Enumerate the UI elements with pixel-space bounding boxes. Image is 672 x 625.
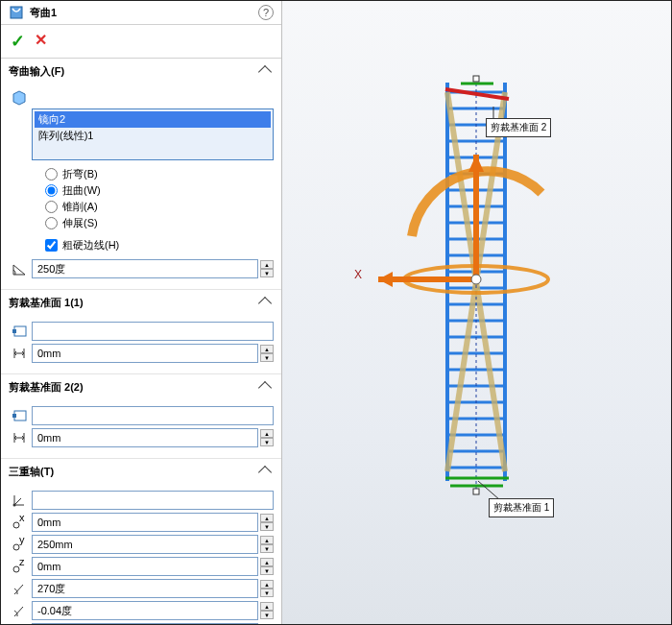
trim2-face-input[interactable] (32, 406, 274, 425)
titlebar: 弯曲1 ? (1, 1, 281, 25)
svg-line-52 (478, 481, 500, 500)
bodies-listbox[interactable]: 镜向2 阵列(线性)1 (32, 108, 274, 160)
section-header-triad[interactable]: 三重轴(T) (1, 459, 281, 485)
section-header-trim1[interactable]: 剪裁基准面 1(1) (1, 290, 281, 316)
list-item[interactable]: 阵列(线性)1 (35, 128, 271, 144)
angle-spinner[interactable]: ▲▼ (260, 260, 274, 277)
triad-ref-input[interactable] (32, 491, 274, 510)
svg-point-50 (471, 275, 481, 284)
svg-rect-2 (12, 329, 16, 333)
trim1-dist-input[interactable] (32, 344, 258, 363)
flex-feature-icon (9, 5, 24, 20)
ok-cancel-bar: ✓ ✕ (1, 25, 281, 59)
section-header-flex[interactable]: 弯曲输入(F) (1, 59, 281, 84)
ok-button[interactable]: ✓ (11, 31, 25, 52)
svg-text:x: x (19, 515, 25, 523)
flex-type-radio-group: 折弯(B) 扭曲(W) 锥削(A) 伸展(S) (45, 166, 274, 231)
triad-rz-input[interactable] (32, 623, 258, 624)
chevron-up-icon (258, 64, 272, 78)
section-trim1: 剪裁基准面 1(1) ▲▼ (1, 290, 281, 374)
triad-ref-icon (9, 493, 32, 508)
feature-title: 弯曲1 (30, 6, 258, 20)
triad-x-input[interactable] (32, 513, 258, 532)
radio-bend[interactable]: 折弯(B) (45, 166, 274, 182)
trim2-dist-input[interactable] (32, 428, 258, 447)
triad-rx-input[interactable] (32, 579, 258, 598)
svg-marker-47 (378, 272, 393, 287)
section-header-trim2[interactable]: 剪裁基准面 2(2) (1, 374, 281, 400)
chevron-up-icon (258, 296, 272, 309)
y-translate-icon: y (9, 537, 32, 552)
chevron-up-icon (258, 465, 272, 478)
distance-icon (9, 346, 32, 361)
trim1-spinner[interactable]: ▲▼ (260, 345, 274, 362)
x-translate-icon: x (9, 515, 32, 530)
list-item[interactable]: 镜向2 (35, 111, 271, 128)
angle-icon (9, 261, 32, 276)
radio-stretch[interactable]: 伸展(S) (45, 215, 274, 231)
trim1-face-input[interactable] (32, 322, 274, 341)
model-preview (282, 1, 671, 624)
plane-icon (9, 324, 32, 339)
svg-point-5 (13, 504, 16, 507)
svg-rect-0 (11, 7, 22, 18)
plane-icon (9, 408, 32, 423)
svg-text:z: z (19, 559, 25, 567)
triad-ry-input[interactable] (32, 601, 258, 620)
chevron-up-icon (258, 380, 272, 394)
radio-taper[interactable]: 锥削(A) (45, 199, 274, 215)
svg-rect-54 (473, 489, 479, 494)
y-rotate-icon (9, 603, 32, 618)
checkbox-hard-edges[interactable]: 粗硬边线(H) (45, 237, 274, 253)
triad-z-input[interactable] (32, 557, 258, 576)
distance-icon (9, 430, 32, 445)
3d-viewport[interactable]: X 剪裁基准面 2 剪裁基准面 1 (282, 1, 671, 624)
property-panel: 弯曲1 ? ✓ ✕ 弯曲输入(F) 镜向2 阵列(线性)1 折弯(B) 扭曲 (1, 1, 282, 624)
axis-x-label: X (354, 268, 362, 281)
section-trim2: 剪裁基准面 2(2) ▲▼ (1, 374, 281, 459)
section-triad: 三重轴(T) x ▲▼ y ▲▼ z ▲▼ (1, 459, 281, 624)
bodies-icon (9, 90, 32, 106)
svg-rect-4 (12, 414, 16, 418)
trim2-spinner[interactable]: ▲▼ (260, 429, 274, 446)
triad-y-input[interactable] (32, 535, 258, 554)
callout-trim1[interactable]: 剪裁基准面 1 (489, 498, 554, 517)
x-rotate-icon (9, 581, 32, 596)
section-flex-input: 弯曲输入(F) 镜向2 阵列(线性)1 折弯(B) 扭曲(W) 锥削(A) 伸展… (1, 59, 281, 290)
svg-text:y: y (19, 537, 25, 545)
z-translate-icon: z (9, 559, 32, 574)
help-icon[interactable]: ? (258, 5, 274, 20)
cancel-button[interactable]: ✕ (35, 31, 47, 52)
callout-trim2[interactable]: 剪裁基准面 2 (486, 118, 551, 137)
angle-input[interactable] (32, 259, 258, 278)
radio-twist[interactable]: 扭曲(W) (45, 182, 274, 199)
svg-rect-53 (473, 76, 479, 82)
